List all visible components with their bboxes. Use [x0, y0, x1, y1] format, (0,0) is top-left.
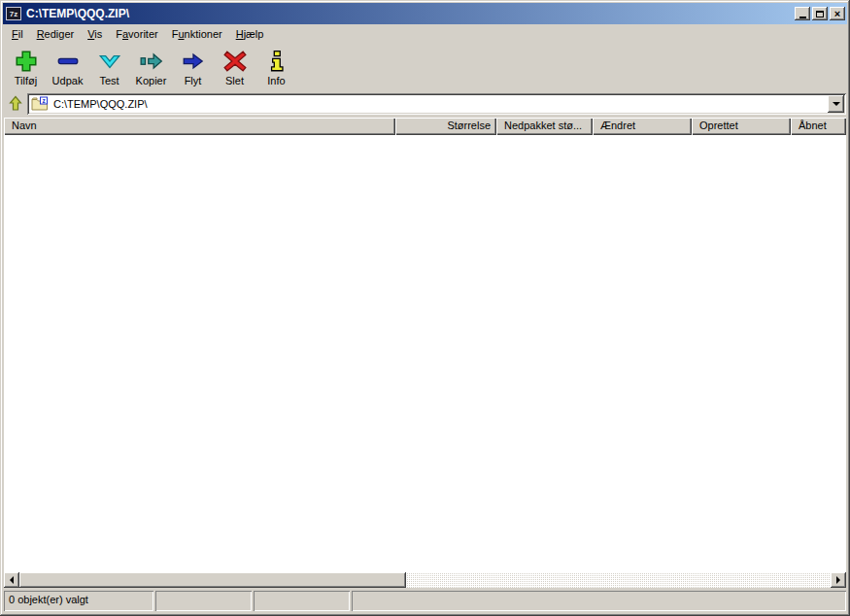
- info-icon: [263, 49, 290, 74]
- close-button[interactable]: ×: [830, 7, 845, 20]
- file-list: Navn Størrelse Nedpakket stø... Ændret O…: [4, 118, 846, 588]
- list-header: Navn Størrelse Nedpakket stø... Ændret O…: [4, 118, 846, 135]
- address-dropdown-button[interactable]: [828, 95, 844, 113]
- arrow-right-icon: [836, 576, 840, 584]
- maximize-icon: [816, 11, 824, 17]
- scroll-right-button[interactable]: [831, 572, 846, 588]
- list-body[interactable]: [4, 135, 846, 572]
- copy-button-label: Kopier: [136, 75, 167, 86]
- column-header-aabnet[interactable]: Åbnet: [791, 118, 846, 135]
- info-button[interactable]: Info: [255, 46, 297, 90]
- scroll-left-button[interactable]: [4, 572, 19, 588]
- toolbar: Tilføj Udpak Test: [3, 44, 847, 92]
- menubar: Fil Rediger Vis Favoriter Funktioner Hjæ…: [3, 24, 847, 44]
- folder-up-icon: [7, 94, 24, 114]
- up-one-level-button[interactable]: [4, 93, 27, 115]
- arrow-left-icon: [10, 576, 14, 584]
- delete-x-icon: [221, 49, 249, 74]
- status-panel-4: [352, 591, 846, 611]
- maximize-button[interactable]: [812, 7, 828, 20]
- column-header-navn[interactable]: Navn: [4, 118, 395, 135]
- status-panel-2: [155, 591, 252, 611]
- chevron-down-icon: [833, 102, 840, 106]
- test-button-label: Test: [99, 75, 119, 86]
- addressbar: z C:\TEMP\QQQ.ZIP\: [3, 92, 847, 118]
- menu-item-hjaelp[interactable]: Hjælp: [229, 26, 271, 42]
- copy-button[interactable]: Kopier: [130, 46, 172, 90]
- column-header-nedpakket[interactable]: Nedpakket stø...: [496, 118, 593, 135]
- menu-item-funktioner[interactable]: Funktioner: [165, 26, 229, 42]
- status-selection: 0 objekt(er) valgt: [4, 591, 153, 611]
- add-button-label: Tilføj: [15, 75, 37, 86]
- window-controls: ×: [795, 7, 845, 20]
- column-header-oprettet[interactable]: Oprettet: [692, 118, 791, 135]
- address-path[interactable]: C:\TEMP\QQQ.ZIP\: [53, 98, 828, 110]
- app-window: 7z C:\TEMP\QQQ.ZIP\ × Fil Rediger Vis Fa…: [0, 0, 850, 616]
- delete-button-label: Slet: [225, 75, 244, 86]
- column-header-aendret[interactable]: Ændret: [593, 118, 692, 135]
- window-title: C:\TEMP\QQQ.ZIP\: [26, 7, 795, 20]
- extract-button[interactable]: Udpak: [47, 46, 88, 90]
- extract-minus-icon: [54, 49, 82, 74]
- zip-folder-icon: z: [31, 96, 49, 113]
- address-combobox[interactable]: z C:\TEMP\QQQ.ZIP\: [27, 93, 846, 115]
- move-arrow-icon: [180, 49, 207, 74]
- test-check-icon: [96, 49, 123, 74]
- copy-arrow-icon: [138, 49, 165, 74]
- scrollbar-thumb[interactable]: [19, 572, 406, 588]
- menu-item-vis[interactable]: Vis: [81, 26, 109, 42]
- move-button-label: Flyt: [185, 75, 202, 86]
- titlebar[interactable]: 7z C:\TEMP\QQQ.ZIP\ ×: [3, 3, 847, 24]
- add-button[interactable]: Tilføj: [5, 46, 47, 90]
- menu-item-favoriter[interactable]: Favoriter: [109, 26, 164, 42]
- info-button-label: Info: [267, 75, 285, 86]
- app-icon[interactable]: 7z: [6, 7, 21, 20]
- add-plus-icon: [13, 49, 40, 74]
- menu-item-rediger[interactable]: Rediger: [30, 26, 82, 42]
- column-header-stoerrelse[interactable]: Størrelse: [395, 118, 496, 135]
- extract-button-label: Udpak: [52, 75, 84, 86]
- test-button[interactable]: Test: [88, 46, 130, 90]
- close-icon: ×: [834, 9, 840, 18]
- minimize-icon: [799, 17, 806, 18]
- horizontal-scrollbar[interactable]: [4, 572, 846, 588]
- minimize-button[interactable]: [795, 7, 810, 20]
- status-panel-3: [254, 591, 350, 611]
- menu-item-fil[interactable]: Fil: [5, 26, 30, 42]
- move-button[interactable]: Flyt: [172, 46, 214, 90]
- delete-button[interactable]: Slet: [214, 46, 255, 90]
- statusbar: 0 objekt(er) valgt: [3, 588, 847, 613]
